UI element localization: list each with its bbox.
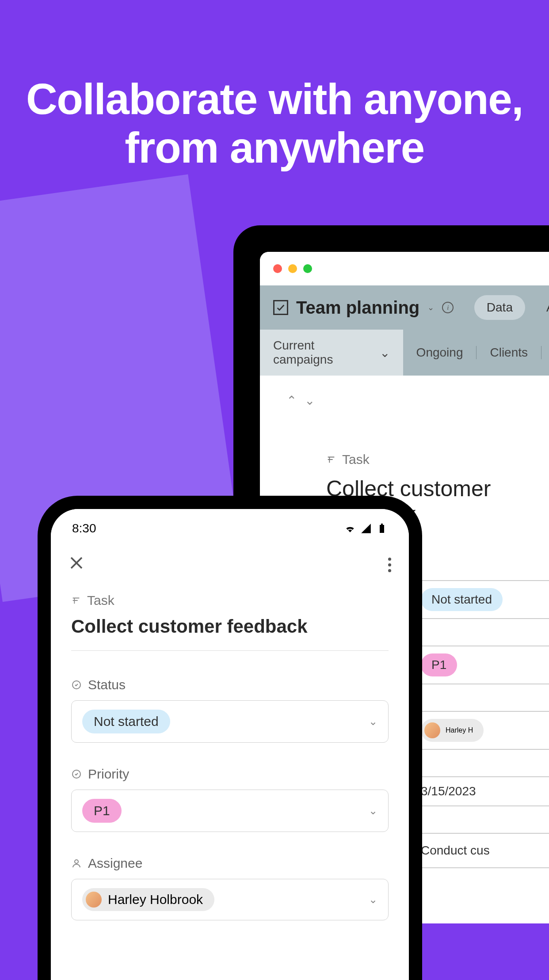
window-controls <box>260 252 549 285</box>
chevron-down-icon: ⌄ <box>369 805 377 817</box>
avatar <box>86 892 102 908</box>
priority-field[interactable]: P1 <box>410 646 549 684</box>
task-title[interactable]: Collect customer feedback <box>71 616 389 637</box>
checkbox-icon <box>273 300 288 315</box>
close-window-icon <box>273 264 282 273</box>
assignee-chip: Harley Holbrook <box>82 888 214 911</box>
assignee-select[interactable]: Harley Holbrook ⌄ <box>71 879 389 920</box>
signal-icon <box>360 524 372 533</box>
priority-label-row: Priority <box>71 767 389 782</box>
data-button[interactable]: Data <box>474 295 525 320</box>
title-chevron-icon[interactable]: ⌄ <box>427 303 434 312</box>
chevron-up-icon[interactable]: ⌃ <box>286 393 297 408</box>
assignee-chip: Harley H <box>421 719 484 742</box>
close-icon[interactable] <box>69 554 84 575</box>
minimize-window-icon <box>288 264 297 273</box>
priority-chip: P1 <box>82 799 122 823</box>
priority-label: Priority <box>88 767 129 782</box>
svg-point-6 <box>75 860 78 863</box>
person-icon <box>71 858 82 869</box>
assignee-name: Harley H <box>446 726 473 734</box>
phone-device-frame: 8:30 Task Collect customer feedback Stat <box>38 496 422 980</box>
nav-chevrons: ⌃ ⌄ <box>286 393 549 408</box>
battery-icon <box>376 524 388 533</box>
status-field[interactable]: Not started <box>410 580 549 619</box>
status-icon <box>71 680 82 690</box>
description-text: Conduct cus <box>421 843 490 858</box>
status-label-row: Status <box>71 677 389 692</box>
desktop-tabs: Current campaigns ⌄ Ongoing Clients ⌄ <box>260 330 549 376</box>
task-type-row: Task <box>326 452 549 467</box>
headline: Collaborate with anyone, from anywhere <box>0 75 549 172</box>
phone-content: Task Collect customer feedback Status No… <box>51 589 409 925</box>
info-icon[interactable]: i <box>442 302 454 313</box>
assignee-name: Harley Holbrook <box>108 892 203 907</box>
divider <box>71 650 389 651</box>
phone-topbar <box>51 541 409 589</box>
more-menu-icon[interactable] <box>388 558 391 572</box>
svg-rect-0 <box>380 525 384 533</box>
svg-rect-1 <box>381 524 383 525</box>
status-chip: Not started <box>421 588 503 611</box>
status-label: Status <box>88 677 126 692</box>
wifi-icon <box>344 524 356 533</box>
description-field[interactable]: Conduct cus <box>410 833 549 868</box>
tab-label: Current campaigns <box>273 338 374 367</box>
desktop-header: Team planning ⌄ i Data Aut <box>260 285 549 330</box>
tab-ongoing[interactable]: Ongoing <box>403 330 477 376</box>
status-icons <box>344 524 388 533</box>
maximize-window-icon <box>303 264 312 273</box>
phone-screen: 8:30 Task Collect customer feedback Stat <box>51 509 409 980</box>
automation-button[interactable]: Aut <box>546 300 549 315</box>
assignee-label-row: Assignee <box>71 856 389 871</box>
assignee-label: Assignee <box>88 856 142 871</box>
chevron-down-icon: ⌄ <box>369 715 377 728</box>
assignee-field[interactable]: Harley H <box>410 711 549 750</box>
tab-clients[interactable]: Clients <box>477 330 541 376</box>
page-title: Team planning <box>296 298 419 318</box>
task-type-row: Task <box>71 593 389 608</box>
chevron-down-icon[interactable]: ⌄ <box>305 393 315 408</box>
date-value: 3/15/2023 <box>421 784 476 798</box>
chevron-down-icon: ⌄ <box>380 346 390 360</box>
priority-select[interactable]: P1 ⌄ <box>71 790 389 832</box>
avatar <box>424 722 440 738</box>
tab-current-campaigns[interactable]: Current campaigns ⌄ <box>260 330 403 376</box>
task-type-label: Task <box>87 593 114 608</box>
tab-more[interactable]: ⌄ <box>541 330 549 376</box>
priority-icon <box>71 769 82 779</box>
status-bar: 8:30 <box>51 509 409 541</box>
chevron-down-icon: ⌄ <box>369 893 377 906</box>
date-field[interactable]: 3/15/2023 <box>410 776 549 806</box>
priority-chip: P1 <box>421 653 457 676</box>
status-select[interactable]: Not started ⌄ <box>71 700 389 743</box>
task-type-label: Task <box>342 452 370 467</box>
status-time: 8:30 <box>72 521 96 536</box>
text-icon <box>71 596 81 605</box>
status-chip: Not started <box>82 710 170 733</box>
text-icon <box>326 455 336 464</box>
